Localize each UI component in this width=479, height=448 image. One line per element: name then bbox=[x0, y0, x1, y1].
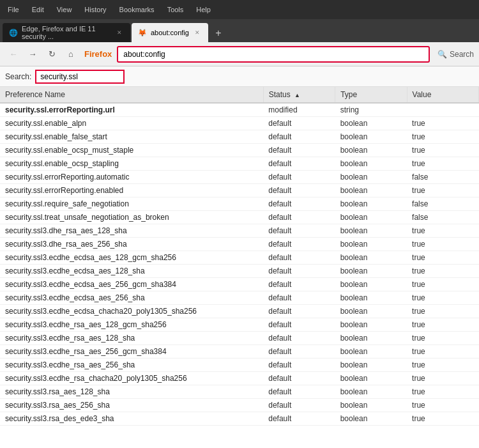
cell-value: true bbox=[407, 157, 478, 171]
cell-type: boolean bbox=[335, 278, 407, 291]
cell-pref: security.ssl3.ecdhe_ecdsa_aes_128_gcm_sh… bbox=[0, 251, 263, 265]
cell-pref: security.ssl3.ecdhe_rsa_aes_128_sha bbox=[0, 332, 263, 345]
table-row[interactable]: security.ssl.enable_ocsp_staplingdefault… bbox=[0, 157, 479, 171]
cell-status: default bbox=[263, 305, 335, 318]
table-row[interactable]: security.ssl3.rsa_aes_128_shadefaultbool… bbox=[0, 385, 479, 399]
cell-value: true bbox=[407, 184, 478, 197]
table-row[interactable]: security.ssl3.ecdhe_rsa_aes_128_shadefau… bbox=[0, 332, 479, 345]
table-row[interactable]: security.ssl3.rsa_aes_256_shadefaultbool… bbox=[0, 399, 479, 412]
cell-pref: security.ssl.enable_alpn bbox=[0, 117, 263, 130]
title-bar: File Edit View History Bookmarks Tools H… bbox=[0, 0, 479, 19]
col-header-pref[interactable]: Preference Name bbox=[0, 87, 263, 103]
cell-status: default bbox=[263, 157, 335, 171]
tab-close-1[interactable]: ✕ bbox=[115, 28, 124, 37]
cell-pref: security.ssl.errorReporting.automatic bbox=[0, 171, 263, 184]
search-nav-area[interactable]: 🔍 Search bbox=[437, 50, 474, 59]
cell-status: default bbox=[263, 265, 335, 278]
tab-close-2[interactable]: ✕ bbox=[193, 28, 202, 37]
cell-value: true bbox=[407, 305, 478, 318]
firefox-logo-area: Firefox bbox=[84, 49, 112, 59]
cell-value bbox=[407, 103, 478, 117]
cell-status: default bbox=[263, 332, 335, 345]
table-row[interactable]: security.ssl3.ecdhe_rsa_aes_256_shadefau… bbox=[0, 359, 479, 372]
cell-pref: security.ssl3.rsa_des_ede3_sha bbox=[0, 412, 263, 426]
col-header-status[interactable]: Status ▲ bbox=[263, 87, 335, 103]
table-row[interactable]: security.ssl.enable_false_startdefaultbo… bbox=[0, 130, 479, 144]
address-bar[interactable]: about:config bbox=[117, 46, 430, 63]
table-row[interactable]: security.ssl.errorReporting.urlmodifieds… bbox=[0, 103, 479, 117]
cell-type: string bbox=[335, 103, 407, 117]
table-row[interactable]: security.ssl.errorReporting.enableddefau… bbox=[0, 184, 479, 197]
cell-type: boolean bbox=[335, 345, 407, 359]
table-row[interactable]: security.ssl.enable_alpndefaultbooleantr… bbox=[0, 117, 479, 130]
new-tab-button[interactable]: + bbox=[209, 24, 227, 42]
search-input[interactable] bbox=[35, 70, 125, 84]
table-row[interactable]: security.ssl3.ecdhe_ecdsa_aes_128_shadef… bbox=[0, 265, 479, 278]
table-row[interactable]: security.ssl.enable_ocsp_must_stapledefa… bbox=[0, 144, 479, 157]
menu-view[interactable]: View bbox=[54, 4, 75, 15]
cell-value: true bbox=[407, 318, 478, 332]
firefox-label: Firefox bbox=[84, 49, 112, 59]
table-row[interactable]: security.ssl3.rsa_des_ede3_shadefaultboo… bbox=[0, 412, 479, 426]
cell-status: default bbox=[263, 224, 335, 238]
cell-value: true bbox=[407, 130, 478, 144]
cell-type: boolean bbox=[335, 412, 407, 426]
menu-file[interactable]: File bbox=[5, 4, 22, 15]
cell-value: true bbox=[407, 412, 478, 426]
cell-type: boolean bbox=[335, 265, 407, 278]
table-row[interactable]: security.ssl3.dhe_rsa_aes_128_shadefault… bbox=[0, 224, 479, 238]
cell-pref: security.ssl3.ecdhe_ecdsa_chacha20_poly1… bbox=[0, 305, 263, 318]
cell-type: boolean bbox=[335, 399, 407, 412]
col-header-value[interactable]: Value bbox=[407, 87, 478, 103]
cell-value: true bbox=[407, 117, 478, 130]
cell-type: boolean bbox=[335, 251, 407, 265]
cell-pref: security.ssl.enable_ocsp_must_staple bbox=[0, 144, 263, 157]
cell-status: default bbox=[263, 278, 335, 291]
preferences-table-container: Preference Name Status ▲ Type Value secu… bbox=[0, 87, 479, 448]
cell-value: true bbox=[407, 399, 478, 412]
home-button[interactable]: ⌂ bbox=[63, 46, 79, 63]
table-row[interactable]: security.ssl.require_safe_negotiationdef… bbox=[0, 197, 479, 211]
table-row[interactable]: security.ssl3.ecdhe_ecdsa_aes_256_gcm_sh… bbox=[0, 278, 479, 291]
cell-pref: security.ssl3.ecdhe_ecdsa_aes_128_sha bbox=[0, 265, 263, 278]
menu-history[interactable]: History bbox=[82, 4, 109, 15]
cell-status: default bbox=[263, 359, 335, 372]
table-row[interactable]: security.ssl3.dhe_rsa_aes_256_shadefault… bbox=[0, 238, 479, 251]
tab-about-config[interactable]: 🦊 about:config ✕ bbox=[132, 23, 208, 42]
back-button[interactable]: ← bbox=[5, 46, 22, 63]
cell-type: boolean bbox=[335, 291, 407, 305]
table-row[interactable]: security.ssl.errorReporting.automaticdef… bbox=[0, 171, 479, 184]
table-row[interactable]: security.ssl3.ecdhe_rsa_aes_256_gcm_sha3… bbox=[0, 345, 479, 359]
cell-pref: security.ssl.enable_false_start bbox=[0, 130, 263, 144]
cell-status: default bbox=[263, 372, 335, 385]
refresh-button[interactable]: ↻ bbox=[43, 46, 60, 63]
tab-label-1: Edge, Firefox and IE 11 security ... bbox=[22, 25, 111, 40]
cell-status: default bbox=[263, 318, 335, 332]
table-row[interactable]: security.ssl.treat_unsafe_negotiation_as… bbox=[0, 211, 479, 224]
forward-button[interactable]: → bbox=[24, 46, 41, 63]
cell-pref: security.ssl3.dhe_rsa_aes_256_sha bbox=[0, 238, 263, 251]
tab-edge-firefox[interactable]: 🌐 Edge, Firefox and IE 11 security ... ✕ bbox=[3, 23, 130, 42]
cell-status: default bbox=[263, 197, 335, 211]
cell-type: boolean bbox=[335, 130, 407, 144]
menu-help[interactable]: Help bbox=[194, 4, 213, 15]
menu-bookmarks[interactable]: Bookmarks bbox=[117, 4, 157, 15]
cell-type: boolean bbox=[335, 305, 407, 318]
cell-status: default bbox=[263, 117, 335, 130]
search-label: Search: bbox=[5, 72, 31, 81]
table-row[interactable]: security.ssl3.ecdhe_ecdsa_aes_128_gcm_sh… bbox=[0, 251, 479, 265]
table-row[interactable]: security.ssl3.ecdhe_ecdsa_chacha20_poly1… bbox=[0, 305, 479, 318]
cell-pref: security.ssl3.ecdhe_rsa_chacha20_poly130… bbox=[0, 372, 263, 385]
menu-bar[interactable]: File Edit View History Bookmarks Tools H… bbox=[5, 4, 213, 15]
col-header-type[interactable]: Type bbox=[335, 87, 407, 103]
cell-status: default bbox=[263, 385, 335, 399]
cell-type: boolean bbox=[335, 211, 407, 224]
table-row[interactable]: security.ssl3.ecdhe_rsa_aes_128_gcm_sha2… bbox=[0, 318, 479, 332]
cell-type: boolean bbox=[335, 224, 407, 238]
menu-tools[interactable]: Tools bbox=[165, 4, 186, 15]
table-row[interactable]: security.ssl3.ecdhe_ecdsa_aes_256_shadef… bbox=[0, 291, 479, 305]
table-row[interactable]: security.ssl3.ecdhe_rsa_chacha20_poly130… bbox=[0, 372, 479, 385]
cell-value: true bbox=[407, 278, 478, 291]
menu-edit[interactable]: Edit bbox=[29, 4, 47, 15]
cell-value: true bbox=[407, 332, 478, 345]
